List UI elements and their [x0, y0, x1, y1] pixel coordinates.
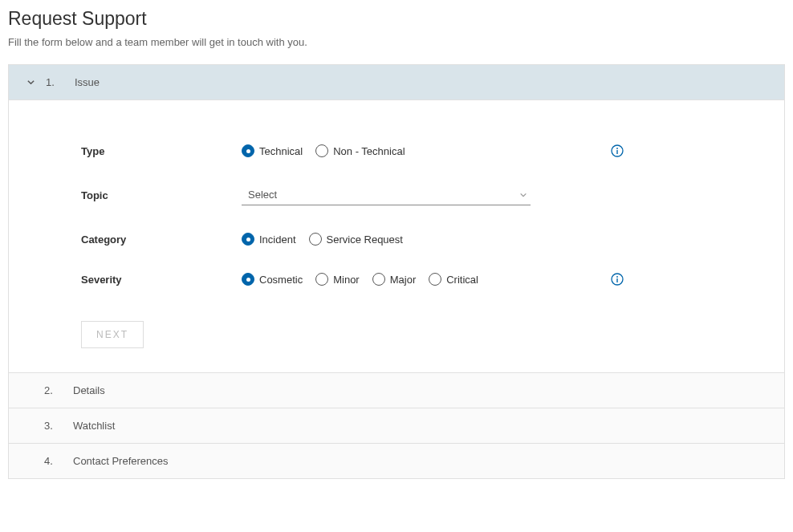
svg-rect-2 [616, 150, 617, 154]
radio-icon [429, 273, 441, 286]
radio-icon [315, 144, 328, 157]
next-button[interactable]: NEXT [81, 321, 144, 348]
radio-service-request[interactable]: Service Request [309, 233, 403, 246]
step-header-issue[interactable]: 1. Issue [9, 65, 784, 100]
radio-label: Technical [259, 145, 303, 157]
radio-critical[interactable]: Critical [429, 273, 478, 286]
step-number: 1. [46, 76, 65, 88]
step-header-watchlist[interactable]: 3. Watchlist [9, 408, 784, 444]
step-header-contact[interactable]: 4. Contact Preferences [9, 444, 784, 479]
chevron-down-icon [25, 77, 36, 88]
step-title: Watchlist [73, 420, 115, 432]
step-number: 2. [44, 384, 63, 396]
radio-label: Minor [333, 274, 360, 286]
radio-group-type: Technical Non - Technical [242, 144, 405, 157]
severity-controls: Cosmetic Minor Major Critical [242, 273, 712, 286]
category-controls: Incident Service Request [242, 233, 712, 246]
radio-group-category: Incident Service Request [242, 233, 403, 246]
step-number: 4. [44, 455, 63, 467]
radio-nontechnical[interactable]: Non - Technical [315, 144, 405, 157]
radio-label: Cosmetic [259, 274, 303, 286]
form-row-type: Type Technical Non - Technical [81, 144, 712, 157]
stepper: 1. Issue Type Technical Non - Technical [8, 64, 785, 479]
radio-minor[interactable]: Minor [315, 273, 360, 286]
label-category: Category [81, 234, 242, 246]
type-controls: Technical Non - Technical [242, 144, 712, 157]
select-value: Select [242, 185, 531, 205]
svg-point-1 [616, 148, 618, 149]
radio-label: Incident [259, 234, 296, 246]
radio-icon [242, 273, 254, 286]
radio-cosmetic[interactable]: Cosmetic [242, 273, 303, 286]
step-title: Issue [75, 76, 100, 88]
form-row-severity: Severity Cosmetic Minor Major [81, 273, 712, 286]
topic-select[interactable]: Select [242, 185, 531, 205]
svg-point-4 [616, 276, 618, 278]
radio-technical[interactable]: Technical [242, 144, 303, 157]
radio-group-severity: Cosmetic Minor Major Critical [242, 273, 478, 286]
label-severity: Severity [81, 274, 242, 286]
radio-label: Service Request [327, 234, 403, 246]
form-row-topic: Topic Select [81, 185, 712, 205]
step-header-details[interactable]: 2. Details [9, 373, 784, 408]
radio-major[interactable]: Major [372, 273, 417, 286]
page-title: Request Support [8, 8, 785, 30]
radio-label: Major [390, 274, 417, 286]
radio-incident[interactable]: Incident [242, 233, 296, 246]
step-title: Details [73, 384, 105, 396]
radio-label: Non - Technical [333, 145, 405, 157]
radio-icon [309, 233, 322, 246]
svg-rect-5 [616, 278, 617, 282]
radio-icon [315, 273, 328, 286]
radio-icon [242, 144, 254, 157]
topic-controls: Select [242, 185, 712, 205]
radio-icon [242, 233, 254, 246]
radio-icon [372, 273, 385, 286]
label-topic: Topic [81, 189, 242, 201]
step-title: Contact Preferences [73, 455, 169, 467]
form-row-category: Category Incident Service Request [81, 233, 712, 246]
step-number: 3. [44, 420, 63, 432]
radio-label: Critical [446, 274, 478, 286]
label-type: Type [81, 145, 242, 157]
info-icon[interactable] [611, 273, 624, 286]
step-content-issue: Type Technical Non - Technical [9, 100, 784, 373]
page-subtitle: Fill the form below and a team member wi… [8, 36, 785, 48]
info-icon[interactable] [611, 144, 624, 157]
